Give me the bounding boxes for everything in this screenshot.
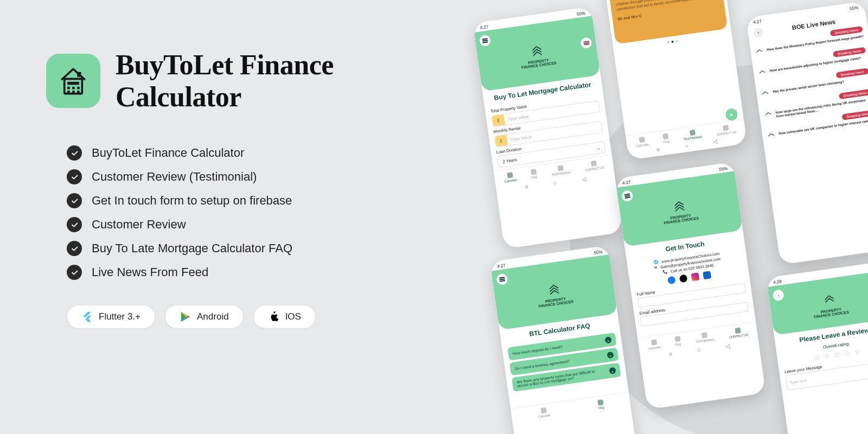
menu-button[interactable] [496,273,508,286]
star-icon[interactable]: ☆ [843,348,851,358]
android-badge: Android [165,305,244,329]
flutter-label: Flutter 3.+ [99,311,141,322]
play-icon [180,311,192,323]
nav-faq[interactable]: FAQ [674,336,681,346]
brand-icon [761,90,770,100]
flutter-icon [81,311,93,323]
check-icon [67,217,82,232]
brand-icon [547,283,561,297]
feature-list: BuyToLet Finance Calculator Customer Rev… [46,145,437,280]
ios-badge: IOS [253,305,316,329]
phone-contact: 4:2755% PROPERTYFINANCE CHOICES Get In T… [615,162,766,409]
chevron-down-icon: ⌄ [604,336,612,344]
mail-icon: ✉ [654,265,658,270]
phone-calculator: 4:2755% 🇬🇧 PROPERTY FINANCE CHOICES Buy … [473,7,622,249]
android-label: Android [197,311,229,322]
feature-text: Customer Review [92,218,186,232]
phone-faq: 4:2755% PROPERTYFINANCE CHOICES BTL Calc… [490,245,640,434]
bottom-nav: Calculate FAQ [510,392,631,423]
nav-testimonial[interactable]: TESTIMONAL [694,331,714,344]
menu-button[interactable] [479,35,492,47]
news-badge: Breaking News [842,110,868,120]
brand-icon [763,111,773,121]
check-icon [67,241,82,256]
back-button[interactable]: ‹ [772,289,784,302]
brand-icon [822,293,837,308]
apple-icon [268,311,280,323]
svg-rect-4 [72,87,75,90]
feature-item: Customer Review [67,217,437,232]
svg-rect-7 [72,91,75,93]
brand-logo: PROPERTYFINANCE CHOICES [811,291,849,318]
send-button[interactable]: ➤ [725,108,738,122]
marketing-panel: BuyToLet Finance Calculator BuyToLet Fin… [46,49,437,329]
feature-item: Get In touch form to setup on firebase [67,193,437,208]
nav-calculate[interactable]: Calculate [647,339,661,350]
star-icon[interactable]: ☆ [833,349,841,359]
brand-icon [529,44,544,59]
chevron-down-icon: ⌄ [607,352,614,359]
feature-text: BuyToLet Finance Calculator [92,146,244,160]
nav-faq[interactable]: FAQ [597,399,604,410]
feature-text: Live News From Feed [92,265,208,279]
menu-button[interactable] [621,190,634,202]
hero-row: BuyToLet Finance Calculator [46,49,437,113]
svg-rect-6 [67,91,70,93]
brand-icon [672,199,687,214]
phone-news: 4:2755% ‹ BOE Live News Breaking News Ho… [746,1,868,265]
app-icon [46,54,100,108]
x-icon[interactable] [679,274,688,283]
select-value: 2 Years [502,157,518,164]
brand-icon [755,48,764,58]
check-icon [67,169,82,184]
currency-symbol: £ [495,135,508,147]
tech-badge-row: Flutter 3.+ Android IOS [46,305,437,329]
svg-rect-2 [67,82,79,85]
globe-icon: 🌐 [653,260,659,265]
instagram-icon[interactable] [691,272,700,281]
ios-label: IOS [285,311,301,322]
brand-icon [758,69,768,79]
check-icon [67,265,82,280]
brand-logo: PROPERTYFINANCE CHOICES [535,281,573,308]
svg-rect-8 [77,91,80,93]
svg-rect-5 [77,87,80,90]
feature-text: Get In touch form to setup on firebase [92,194,292,208]
phone-testimonial: Refinancing their mortgage-free residenc… [604,0,747,160]
nav-calculate[interactable]: Calculate [537,407,551,418]
brand-icon [767,132,776,142]
nav-testimonial[interactable]: TESTIMONAL [551,164,571,177]
svg-rect-3 [67,87,70,90]
chevron-down-icon: ⌄ [596,145,601,151]
facebook-icon[interactable] [667,276,676,285]
star-icon[interactable]: ☆ [853,347,861,356]
feature-text: Buy To Late Mortgage Calculator FAQ [92,241,292,256]
star-icon[interactable]: ☆ [823,351,831,361]
nav-contact[interactable]: CONTACT US [584,159,604,172]
house-calculator-icon [58,65,89,97]
nav-faq[interactable]: FAQ [662,133,669,144]
check-icon [67,193,82,208]
language-button[interactable]: 🇬🇧 [580,37,592,49]
feature-item: Live News From Feed [67,265,437,280]
phone-icon: 📞 [662,269,668,274]
feature-item: Customer Review (Testimonial) [67,169,437,184]
check-icon [67,145,82,161]
brand-logo: PROPERTYFINANCE CHOICES [661,197,699,225]
chevron-down-icon: ⌄ [609,367,616,374]
nav-calculate[interactable]: Calculate [503,171,517,183]
nav-faq[interactable]: FAQ [530,169,537,179]
phone-review: 4:2855% ‹ PROPERTYFINANCE CHOICES Please… [766,261,868,434]
feature-item: Buy To Late Mortgage Calculator FAQ [67,241,437,256]
linkedin-icon[interactable] [703,271,711,279]
feature-item: BuyToLet Finance Calculator [67,145,437,161]
back-button[interactable]: ‹ [753,27,764,38]
currency-symbol: £ [492,114,506,127]
svg-rect-1 [77,72,81,77]
brand-logo: PROPERTY FINANCE CHOICES [519,42,557,69]
flutter-badge: Flutter 3.+ [67,305,155,329]
nav-contact[interactable]: CONTACT US [728,327,748,339]
status-time: 4:27 [480,24,489,30]
phone-mockups: 4:2755% 🇬🇧 PROPERTY FINANCE CHOICES Buy … [449,0,868,434]
star-icon[interactable]: ☆ [813,353,821,362]
